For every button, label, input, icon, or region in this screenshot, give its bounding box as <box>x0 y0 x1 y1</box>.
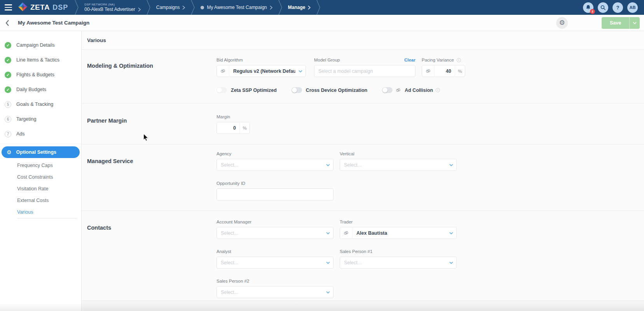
sidebar-item-goals-tracking[interactable]: 5 Goals & Tracking <box>0 97 81 112</box>
sales-person-1-placeholder: Select... <box>340 260 446 265</box>
step-number-icon: 5 <box>5 101 11 108</box>
chevron-down-icon <box>633 22 637 24</box>
model-group-clear-link[interactable]: Clear <box>404 58 415 62</box>
check-circle-icon: ✓ <box>5 72 11 78</box>
modeling-optimization-section: Modeling & Optimization Bid Algorithm Re… <box>82 50 644 104</box>
model-group-placeholder: Select a model campaign <box>314 69 415 74</box>
zeta-diamond-logo-icon <box>18 2 28 13</box>
opportunity-id-input[interactable] <box>216 188 333 200</box>
sales-person-2-label: Sales Person #2 <box>216 279 333 283</box>
model-group-label: Model Group <box>314 58 340 62</box>
partner-margin-section: Partner Margin Margin 0 % <box>82 104 644 144</box>
sidebar-active-underline <box>17 218 77 218</box>
margin-input[interactable]: 0 % <box>216 122 250 134</box>
info-icon[interactable]: i <box>457 58 461 62</box>
info-icon[interactable]: i <box>436 88 440 92</box>
breadcrumb-advertiser[interactable]: DSP NETWORK (NA) 00-AlexB Test Advertise… <box>79 0 146 15</box>
save-split-button: Save <box>602 17 640 29</box>
notifications-button[interactable]: 2 <box>583 2 593 13</box>
chevron-down-icon <box>295 70 305 72</box>
bid-algorithm-select[interactable]: Regulus v2 (Network Default... <box>216 65 306 77</box>
sidebar-item-visitation-rate[interactable]: Visitation Rate <box>0 183 81 195</box>
toggle-label: Cross Device Optimization <box>306 88 367 93</box>
bid-algorithm-value: Regulus v2 (Network Default... <box>229 69 295 74</box>
step-number-icon: 7 <box>5 131 11 137</box>
sidebar-item-campaign-details[interactable]: ✓ Campaign Details <box>0 38 81 53</box>
sidebar-item-optional-settings[interactable]: ⚙ Optional Settings <box>2 146 80 158</box>
link-icon <box>396 88 401 93</box>
account-manager-select[interactable]: Select... <box>216 227 333 239</box>
help-button[interactable]: ? <box>613 2 623 13</box>
sidebar-subitem-label: Cost Constraints <box>17 174 53 180</box>
breadcrumb-separator <box>74 0 79 15</box>
section-heading: Partner Margin <box>82 114 216 134</box>
sidebar-item-daily-budgets[interactable]: ✓ Daily Budgets <box>0 82 81 97</box>
breadcrumb-manage[interactable]: Manage <box>283 0 316 15</box>
settings-button[interactable]: ⚙ <box>556 17 568 29</box>
zeta-dsp-app: ZETA DSP DSP NETWORK (NA) 00-AlexB Test … <box>0 0 644 311</box>
model-group-input[interactable]: Select a model campaign <box>314 65 415 77</box>
check-circle-icon: ✓ <box>5 57 11 63</box>
analyst-select[interactable]: Select... <box>216 257 333 269</box>
page-header: My Awesome Test Campaign ⚙ Save <box>0 15 644 31</box>
toggle-label: Zeta SSP Optimized <box>231 88 277 93</box>
breadcrumb-separator <box>146 0 151 15</box>
gear-icon: ⚙ <box>559 19 565 27</box>
check-circle-icon: ✓ <box>5 42 11 49</box>
sidebar-item-ads[interactable]: 7 Ads <box>0 127 81 141</box>
step-number-icon: 6 <box>5 116 11 123</box>
section-heading: Contacts <box>82 220 216 298</box>
trader-select[interactable]: Alex Bautista <box>340 227 457 239</box>
nav-actions: 2 ? AB <box>583 0 644 15</box>
breadcrumb-separator <box>316 0 321 15</box>
save-button[interactable]: Save <box>602 17 629 29</box>
sidebar-item-label: Ads <box>16 131 25 137</box>
chevron-down-icon <box>323 262 333 264</box>
sidebar-item-cost-constraints[interactable]: Cost Constraints <box>0 171 81 183</box>
sidebar-item-label: Line Items & Tactics <box>16 57 59 63</box>
chevron-right-icon <box>182 5 185 10</box>
ad-collision-toggle[interactable] <box>382 87 393 93</box>
page-title: My Awesome Test Campaign <box>18 20 89 26</box>
question-mark-icon: ? <box>616 5 620 11</box>
analyst-placeholder: Select... <box>217 260 323 265</box>
zeta-ssp-optimized-toggle[interactable] <box>216 87 227 93</box>
top-nav: ZETA DSP DSP NETWORK (NA) 00-AlexB Test … <box>0 0 644 15</box>
back-button[interactable] <box>5 20 9 26</box>
user-avatar[interactable]: AB <box>627 2 638 13</box>
sidebar-item-flights-budgets[interactable]: ✓ Flights & Budgets <box>0 67 81 82</box>
analyst-label: Analyst <box>216 249 333 254</box>
contacts-section: Contacts Account Manager Select... Trade <box>82 211 644 311</box>
hamburger-menu-icon[interactable] <box>0 0 18 15</box>
sidebar-item-line-items-tactics[interactable]: ✓ Line Items & Tactics <box>0 53 81 67</box>
vertical-select[interactable]: Select... <box>340 159 457 171</box>
sidebar-item-frequency-caps[interactable]: Frequency Caps <box>0 160 81 171</box>
main-content: Various Modeling & Optimization Bid Algo… <box>82 31 644 311</box>
sidebar-item-external-costs[interactable]: External Costs <box>0 195 81 206</box>
agency-select[interactable]: Select... <box>216 159 333 171</box>
chevron-right-icon <box>138 7 141 12</box>
sidebar-item-targeting[interactable]: 6 Targeting <box>0 112 81 127</box>
percent-suffix: % <box>239 122 250 134</box>
sales-person-2-select[interactable]: Select... <box>216 286 333 298</box>
breadcrumb-campaigns[interactable]: Campaigns <box>151 0 191 15</box>
trader-label: Trader <box>340 220 457 224</box>
vertical-label: Vertical <box>340 151 457 156</box>
sidebar-subitem-label: Various <box>17 209 33 215</box>
save-options-button[interactable] <box>629 17 640 29</box>
sidebar-item-various[interactable]: Various <box>0 206 81 218</box>
campaign-status-dot-icon <box>201 6 204 9</box>
sales-person-1-select[interactable]: Select... <box>340 257 457 269</box>
ad-collision-toggle-group: Ad Collision i <box>382 87 440 93</box>
sidebar-item-label: Optional Settings <box>16 149 56 155</box>
search-button[interactable] <box>598 2 608 13</box>
sidebar-item-label: Daily Budgets <box>16 87 46 92</box>
brand-logo[interactable]: ZETA DSP <box>18 0 74 15</box>
account-manager-placeholder: Select... <box>217 230 323 236</box>
pacing-variance-label: Pacing Variance i <box>422 58 465 62</box>
notification-count-badge: 2 <box>590 9 595 14</box>
cross-device-optimization-toggle[interactable] <box>291 87 302 93</box>
breadcrumb-campaign[interactable]: My Awesome Test Campaign <box>195 0 277 15</box>
link-icon <box>340 227 353 239</box>
pacing-variance-input[interactable]: 40 % <box>422 65 465 77</box>
